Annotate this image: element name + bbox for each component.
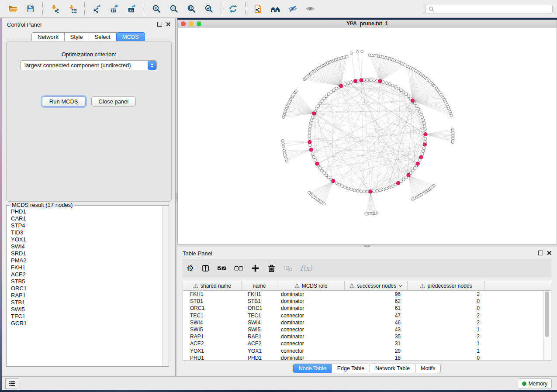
table-cell[interactable]: FKH1 xyxy=(242,291,277,297)
table-cell[interactable]: TEC1 xyxy=(183,313,242,319)
table-cell[interactable]: 47 xyxy=(345,313,408,319)
task-history-button[interactable] xyxy=(5,378,18,389)
mcds-result-item[interactable]: ACE2 xyxy=(11,271,162,278)
table-cell[interactable]: 2 xyxy=(408,291,485,297)
mcds-result-item[interactable]: FKH1 xyxy=(11,264,162,271)
network-node[interactable] xyxy=(350,81,353,84)
table-cell[interactable]: 29 xyxy=(345,348,408,354)
mcds-hub-node[interactable] xyxy=(423,143,426,146)
network-node[interactable] xyxy=(308,138,311,141)
table-scrollbar-thumb[interactable] xyxy=(545,292,549,337)
network-node[interactable] xyxy=(308,191,311,194)
mcds-result-item[interactable]: ORC1 xyxy=(11,285,162,292)
mcds-hub-node[interactable] xyxy=(424,133,427,136)
network-node[interactable] xyxy=(325,95,328,98)
network-node[interactable] xyxy=(451,141,454,144)
network-node[interactable] xyxy=(314,158,317,162)
float-window-icon[interactable] xyxy=(538,251,543,255)
network-node[interactable] xyxy=(379,189,382,192)
network-node[interactable] xyxy=(366,79,369,82)
network-node[interactable] xyxy=(344,186,347,189)
table-cell[interactable]: 96 xyxy=(345,291,408,297)
table-cell[interactable]: RAP1 xyxy=(242,334,277,340)
network-node[interactable] xyxy=(318,102,322,105)
import-table-icon[interactable] xyxy=(66,3,79,14)
network-node[interactable] xyxy=(407,95,410,98)
table-cell[interactable]: TEC1 xyxy=(242,313,277,319)
table-cell[interactable]: connector xyxy=(277,327,345,333)
memory-button[interactable]: Memory xyxy=(518,378,552,389)
table-cell[interactable]: 2 xyxy=(408,334,485,340)
network-node[interactable] xyxy=(373,190,376,193)
network-node[interactable] xyxy=(422,147,426,150)
table-cell[interactable]: dominator xyxy=(277,355,345,361)
table-row[interactable]: TEC1TEC1connector472 xyxy=(183,312,551,319)
table-cell[interactable]: dominator xyxy=(277,320,345,326)
tab-network[interactable]: Network xyxy=(31,32,65,42)
table-cell[interactable]: ACE2 xyxy=(242,340,277,347)
network-node[interactable] xyxy=(405,93,408,96)
network-node[interactable] xyxy=(325,174,328,177)
network-node[interactable] xyxy=(385,187,388,190)
mcds-hub-node[interactable] xyxy=(360,79,363,82)
network-node[interactable] xyxy=(369,79,372,82)
network-node[interactable] xyxy=(311,153,314,156)
network-node[interactable] xyxy=(350,188,353,191)
float-window-icon[interactable] xyxy=(157,22,162,27)
table-cell[interactable]: 0 xyxy=(408,298,485,304)
network-node[interactable] xyxy=(394,86,397,89)
table-row[interactable]: FKH1FKH1dominator962 xyxy=(183,291,551,298)
network-node[interactable] xyxy=(309,125,312,128)
refresh-layout-icon[interactable] xyxy=(227,3,240,14)
criterion-dropdown[interactable]: largest connected component (undirected) xyxy=(20,60,157,70)
network-node[interactable] xyxy=(346,55,348,58)
import-network-icon[interactable] xyxy=(48,3,62,14)
network-node[interactable] xyxy=(400,89,403,92)
network-node[interactable] xyxy=(420,113,423,116)
mcds-result-item[interactable]: STP4 xyxy=(11,222,162,229)
mcds-result-item[interactable]: SWI5 xyxy=(11,306,162,313)
network-node[interactable] xyxy=(309,122,312,125)
network-node[interactable] xyxy=(344,83,347,86)
table-row[interactable]: PHD1PHD1dominator180 xyxy=(183,354,551,361)
network-node[interactable] xyxy=(376,189,379,193)
network-node[interactable] xyxy=(402,91,405,94)
hide-selected-icon[interactable] xyxy=(286,3,299,14)
column-header-name[interactable]: name xyxy=(242,281,277,290)
table-cell[interactable]: 2 xyxy=(408,320,485,326)
table-cell[interactable]: 62 xyxy=(345,298,408,304)
network-node[interactable] xyxy=(422,119,425,122)
network-node[interactable] xyxy=(311,116,314,119)
network-node[interactable] xyxy=(332,89,336,92)
network-node[interactable] xyxy=(402,178,405,181)
table-cell[interactable]: connector xyxy=(277,313,345,319)
mcds-hub-node[interactable] xyxy=(396,181,400,185)
mcds-hub-node[interactable] xyxy=(378,79,382,83)
save-session-icon[interactable] xyxy=(24,3,37,14)
table-cell[interactable]: dominator xyxy=(277,291,345,297)
mcds-result-item[interactable]: YOX1 xyxy=(11,236,162,243)
mcds-result-item[interactable]: PMA2 xyxy=(11,257,162,264)
horizontal-split-handle[interactable] xyxy=(364,245,370,247)
network-node[interactable] xyxy=(363,190,366,193)
network-node[interactable] xyxy=(318,167,322,170)
tab-node-table[interactable]: Node Table xyxy=(293,364,332,373)
mcds-hub-node[interactable] xyxy=(353,79,357,83)
column-header-shared-name[interactable]: shared name xyxy=(183,281,242,290)
table-cell[interactable]: 2 xyxy=(408,313,485,319)
network-node[interactable] xyxy=(356,189,359,193)
export-image-icon[interactable] xyxy=(125,3,138,14)
network-node[interactable] xyxy=(382,188,385,191)
show-selected-icon[interactable] xyxy=(304,3,317,14)
network-node[interactable] xyxy=(341,185,344,188)
table-cell[interactable]: SWI4 xyxy=(183,320,242,326)
network-node[interactable] xyxy=(282,142,284,145)
network-canvas[interactable] xyxy=(178,28,557,244)
table-cell[interactable]: PHD1 xyxy=(242,355,277,361)
table-row[interactable]: STB1STB1dominator620 xyxy=(183,298,551,305)
mcds-hub-node[interactable] xyxy=(416,162,419,165)
table-row[interactable]: ACE2ACE2connector311 xyxy=(183,340,551,347)
network-node[interactable] xyxy=(308,128,311,131)
zoom-in-icon[interactable] xyxy=(150,3,163,14)
network-node[interactable] xyxy=(312,156,315,159)
